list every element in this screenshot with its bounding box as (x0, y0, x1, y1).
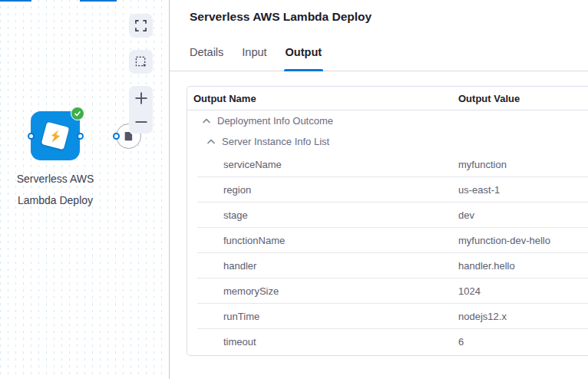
table-row-functionName: functionName myfunction-dev-hello (187, 228, 588, 253)
table-row-serviceName: serviceName myfunction (187, 152, 588, 177)
panel-tabs: Details Input Output (170, 44, 588, 71)
step-node-serverless-lambda-deploy[interactable] (31, 111, 80, 160)
group-label: Server Instance Info List (222, 136, 329, 147)
zoom-out-button[interactable] (129, 110, 153, 133)
node-port-in[interactable] (28, 133, 35, 140)
output-name-cell: functionName (193, 235, 458, 246)
table-row-runTime: runTime nodejs12.x (187, 304, 588, 329)
output-name-cell: handler (193, 260, 458, 272)
fullscreen-icon (135, 20, 147, 31)
column-header-output-value: Output Value (458, 93, 588, 104)
output-value-cell: us-east-1 (458, 184, 588, 196)
output-name-cell: stage (193, 209, 458, 221)
marquee-select-button[interactable] (129, 50, 153, 74)
table-row-stage: stage dev (187, 203, 588, 228)
table-row-memorySize: memorySize 1024 (187, 278, 588, 304)
connector-edge-left (0, 0, 31, 2)
output-value-cell: 6 (458, 336, 588, 348)
output-value-cell: handler.hello (458, 260, 588, 272)
connector-edge-right (80, 0, 117, 2)
output-table-header: Output Name Output Value (187, 87, 588, 110)
output-value-cell: nodejs12.x (458, 311, 588, 322)
collapse-node-port[interactable] (113, 133, 120, 140)
output-value-cell: myfunction (458, 159, 588, 170)
zoom-in-button[interactable] (129, 86, 153, 110)
output-name-cell: region (193, 184, 458, 196)
group-label: Deployment Info Outcome (217, 115, 333, 127)
table-row-region: region us-east-1 (187, 177, 588, 203)
output-value-cell: myfunction-dev-hello (458, 235, 588, 246)
output-value-cell: 1024 (458, 285, 588, 297)
app-window: Serverless AWS Lambda Deploy Serverless … (0, 0, 588, 379)
group-row-server-instance-info-list[interactable]: Server Instance Info List (187, 131, 588, 152)
panel-title: Serverless AWS Lambda Deploy (190, 10, 372, 24)
zoom-controls (129, 86, 153, 133)
check-icon (74, 110, 81, 117)
tab-input[interactable]: Input (242, 44, 266, 71)
pipeline-canvas[interactable]: Serverless AWS Lambda Deploy (0, 0, 169, 379)
output-name-cell: runTime (193, 311, 458, 322)
step-details-panel: Serverless AWS Lambda Deploy Details Inp… (169, 0, 588, 379)
group-row-deployment-info-outcome[interactable]: Deployment Info Outcome (187, 110, 588, 131)
table-row-handler: handler handler.hello (187, 253, 588, 278)
chevron-up-icon (203, 118, 210, 124)
output-table-card: Output Name Output Value Deployment Info… (187, 86, 588, 356)
output-value-cell: dev (458, 209, 588, 221)
output-name-cell: serviceName (193, 159, 458, 170)
chevron-up-icon (207, 139, 215, 144)
tab-output[interactable]: Output (286, 44, 322, 71)
column-header-output-name: Output Name (193, 93, 458, 104)
output-name-cell: timeout (193, 336, 458, 348)
output-name-cell: memorySize (193, 285, 458, 297)
node-port-out[interactable] (77, 133, 84, 140)
fit-to-screen-button[interactable] (129, 14, 153, 38)
step-success-badge (71, 107, 84, 120)
marquee-selection-icon (135, 56, 147, 68)
aws-lambda-icon (41, 122, 70, 150)
node-label: Serverless AWS Lambda Deploy (6, 168, 104, 211)
tab-details[interactable]: Details (190, 44, 223, 71)
table-row-timeout: timeout 6 (187, 329, 588, 354)
lightning-bolt-icon (46, 127, 64, 144)
